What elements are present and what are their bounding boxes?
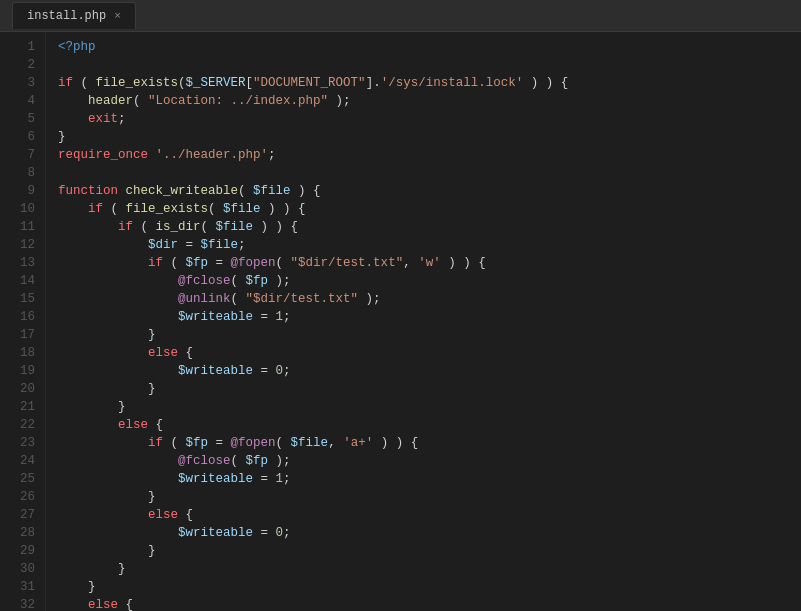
code-line-18: else { — [58, 344, 801, 362]
code-line-22: else { — [58, 416, 801, 434]
code-line-28: $writeable = 0; — [58, 524, 801, 542]
code-line-11: if ( is_dir( $file ) ) { — [58, 218, 801, 236]
code-line-21: } — [58, 398, 801, 416]
code-area[interactable]: <?php if ( file_exists($_SERVER["DOCUMEN… — [46, 32, 801, 611]
code-line-32: else { — [58, 596, 801, 611]
tab-close-icon[interactable]: × — [114, 10, 121, 22]
code-line-6: } — [58, 128, 801, 146]
code-line-2 — [58, 56, 801, 74]
code-line-29: } — [58, 542, 801, 560]
title-bar: install.php × — [0, 0, 801, 32]
code-line-25: $writeable = 1; — [58, 470, 801, 488]
code-line-5: exit; — [58, 110, 801, 128]
code-line-20: } — [58, 380, 801, 398]
code-line-8 — [58, 164, 801, 182]
code-line-1: <?php — [58, 38, 801, 56]
code-line-26: } — [58, 488, 801, 506]
tab[interactable]: install.php × — [12, 2, 136, 29]
code-line-12: $dir = $file; — [58, 236, 801, 254]
line-numbers: 1 2 3 4 5 6 7 8 9 10 11 12 13 14 15 16 1… — [0, 32, 46, 611]
code-line-15: @unlink( "$dir/test.txt" ); — [58, 290, 801, 308]
code-line-30: } — [58, 560, 801, 578]
code-line-27: else { — [58, 506, 801, 524]
code-line-7: require_once '../header.php'; — [58, 146, 801, 164]
code-line-19: $writeable = 0; — [58, 362, 801, 380]
tab-filename: install.php — [27, 9, 106, 23]
code-line-10: if ( file_exists( $file ) ) { — [58, 200, 801, 218]
code-line-3: if ( file_exists($_SERVER["DOCUMENT_ROOT… — [58, 74, 801, 92]
code-line-13: if ( $fp = @fopen( "$dir/test.txt", 'w' … — [58, 254, 801, 272]
code-line-4: header( "Location: ../index.php" ); — [58, 92, 801, 110]
code-line-31: } — [58, 578, 801, 596]
editor: 1 2 3 4 5 6 7 8 9 10 11 12 13 14 15 16 1… — [0, 32, 801, 611]
code-line-9: function check_writeable( $file ) { — [58, 182, 801, 200]
code-line-17: } — [58, 326, 801, 344]
code-line-23: if ( $fp = @fopen( $file, 'a+' ) ) { — [58, 434, 801, 452]
code-line-16: $writeable = 1; — [58, 308, 801, 326]
code-line-14: @fclose( $fp ); — [58, 272, 801, 290]
code-line-24: @fclose( $fp ); — [58, 452, 801, 470]
